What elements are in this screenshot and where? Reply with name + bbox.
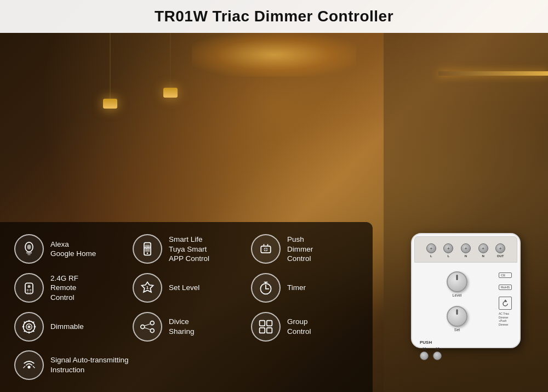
level-knob-area: Level [447,271,467,297]
svg-rect-18 [27,292,29,293]
signal-text: Signal Auto-transmittingInstruction [50,355,129,374]
device-image: L L N N OUT [411,233,532,359]
set-knob [447,306,467,327]
terminal-N2: N [478,243,488,258]
pendant-wire-1 [110,33,111,99]
terminal-screw-N1 [461,243,471,253]
terminal-label-N2: N [482,254,484,258]
svg-point-1 [27,245,31,249]
sharing-icon [140,319,155,334]
svg-rect-44 [267,320,272,326]
group-control-text: GroupControl [287,317,311,336]
push-terminals: A1 A2 [420,347,512,360]
terminal-L1: L [426,243,436,258]
svg-line-49 [33,366,35,368]
feature-signal: Signal Auto-transmittingInstruction [11,348,362,382]
remote-icon [21,280,37,296]
push-dimmer-icon-circle [251,234,281,264]
smartphone-icon: APP [140,241,155,257]
signal-icon [21,357,37,373]
svg-line-41 [145,323,151,326]
feature-alexa: AlexaGoogle Home [11,232,125,266]
rohs-badge: RoHS [499,285,512,290]
recycle-icon [501,299,510,308]
terminal-label-OUT: OUT [497,254,504,258]
timer-icon-circle [251,273,281,303]
terminal-screw-N2 [478,243,488,253]
device-right-labels: CE RoHS AC TriacDimmer+PushDimmer [499,267,512,332]
svg-rect-45 [260,327,265,333]
svg-rect-19 [30,292,32,293]
set-knob-area: Set [447,306,467,332]
device-middle: Level Set CE RoHS [412,265,520,334]
svg-rect-14 [25,283,33,293]
a1-screw [420,351,429,360]
svg-rect-46 [267,327,272,333]
dimmable-icon-circle [14,312,44,342]
feature-group-control: GroupControl [248,309,362,344]
a1-label: A1 [422,347,426,350]
pendant-light-2 [163,88,178,98]
svg-point-39 [141,325,145,328]
svg-rect-43 [260,320,265,326]
terminal-label-L2: L [448,254,450,258]
terminal-label-N1: N [465,254,467,258]
device-sharing-text: DiviceSharing [169,317,195,336]
dimmable-text: Dimmable [50,322,84,332]
device-bottom: PUSH A1 A2 [412,334,520,362]
a2-screw [433,351,442,360]
level-icon: 1 [140,280,155,296]
alexa-text: AlexaGoogle Home [50,240,96,259]
rf-remote-text: 2.4G RFRemoteControl [50,274,78,303]
ce-badge: CE [499,272,512,278]
level-label: Level [453,293,462,297]
svg-rect-2 [26,252,32,254]
alexa-icon-circle [14,234,44,264]
svg-rect-3 [27,254,30,255]
feature-timer: Timer [248,271,362,305]
terminal-L2: L [443,243,453,258]
title-bar: TR01W Triac Dimmer Controller [0,0,548,33]
group-control-icon-circle [251,312,281,342]
push-terminal-a2: A2 [433,347,442,360]
level-knob [447,271,467,292]
feature-device-sharing: DiviceSharing [129,309,243,344]
svg-point-38 [150,321,154,325]
svg-point-47 [27,366,30,368]
features-grid: AlexaGoogle Home APP Smart LifeTuya Smar… [0,222,373,392]
smart-life-text: Smart LifeTuya SmartAPP Control [169,235,209,264]
page-title: TR01W Triac Dimmer Controller [155,8,393,25]
pendant-light-1 [103,99,117,109]
feature-set-level: 1 Set Level [129,271,243,305]
recycle-mark [499,297,512,310]
svg-point-40 [150,328,154,332]
terminal-screw-L2 [443,243,453,253]
terminal-row: L L N N OUT [418,239,513,260]
page-wrapper: TR01W Triac Dimmer Controller AlexaGoogl… [0,0,548,392]
feature-dimmable: Dimmable [11,309,125,344]
push-section: PUSH A1 A2 [420,336,512,360]
svg-text:APP: APP [144,246,151,249]
ceiling-glow [192,33,356,77]
svg-rect-16 [27,289,29,291]
pendant-wire-2 [170,33,171,88]
feature-push-dimmer: PushDimmerControl [248,232,362,266]
timer-icon [258,280,273,296]
terminal-screw-OUT [495,243,505,253]
svg-point-29 [27,325,30,328]
svg-line-48 [24,366,26,368]
dimmable-icon [21,319,37,334]
set-label: Set [454,328,460,332]
push-dimmer-text: PushDimmerControl [287,235,313,264]
feature-rf-remote: 2.4G RFRemoteControl [11,271,125,305]
device-sharing-icon-circle [133,312,162,342]
feature-smart-life: APP Smart LifeTuya SmartAPP Control [129,232,243,266]
push-label: PUSH [420,340,432,345]
terminals-area: L L N N OUT [414,236,517,263]
terminal-N1: N [461,243,471,258]
group-icon [258,319,273,334]
terminal-screw-L1 [426,243,436,253]
svg-text:1: 1 [146,285,149,290]
push-terminal-a1: A1 [420,347,429,360]
signal-icon-circle [14,350,44,380]
